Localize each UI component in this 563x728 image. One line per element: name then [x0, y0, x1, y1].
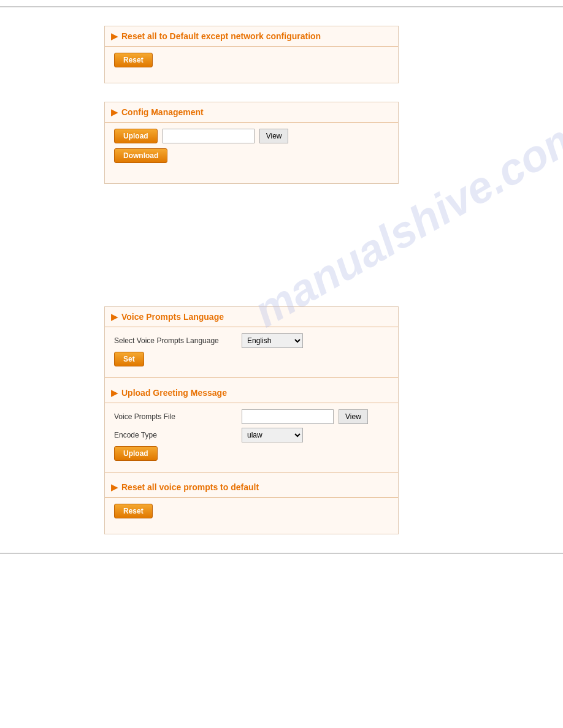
encode-row: Encode Type ulaw alaw: [114, 428, 389, 442]
reset-default-title: Reset all to Default except network conf…: [121, 31, 321, 41]
reset-voice-header: ▶ Reset all voice prompts to default: [105, 477, 398, 498]
view-button[interactable]: View: [259, 129, 289, 143]
config-management-title: Config Management: [121, 107, 204, 117]
encode-select[interactable]: ulaw alaw: [242, 428, 303, 442]
download-row: Download: [114, 148, 389, 163]
encode-label: Encode Type: [114, 431, 237, 439]
reset-default-header: ▶ Reset all to Default except network co…: [105, 26, 398, 47]
language-label: Select Voice Prompts Language: [114, 336, 237, 345]
upload-greeting-body: Voice Prompts File View Encode Type ulaw…: [105, 403, 398, 467]
language-select[interactable]: English Spanish French German: [242, 333, 303, 348]
reset-voice-section: ▶ Reset all voice prompts to default Res…: [105, 472, 398, 525]
page-wrapper: manualshive.com ▶ Reset all to Default e…: [0, 0, 563, 728]
voice-prompts-body: Select Voice Prompts Language English Sp…: [105, 327, 398, 373]
download-button[interactable]: Download: [114, 148, 167, 163]
upload-button[interactable]: Upload: [114, 129, 158, 143]
voice-upload-button[interactable]: Upload: [114, 446, 158, 461]
reset-voice-button[interactable]: Reset: [114, 504, 153, 518]
voice-file-row: Voice Prompts File View: [114, 409, 389, 424]
voice-prompts-icon: ▶: [111, 312, 118, 322]
voice-prompts-title: Voice Prompts Language: [121, 312, 224, 322]
reset-voice-title: Reset all voice prompts to default: [121, 482, 259, 492]
upload-greeting-header: ▶ Upload Greeting Message: [105, 383, 398, 403]
config-management-body: Upload View Download: [105, 123, 398, 174]
upload-row: Upload View: [114, 129, 389, 143]
config-file-input[interactable]: [163, 129, 255, 143]
config-management-box: ▶ Config Management Upload View Download: [104, 102, 399, 184]
reset-default-box: ▶ Reset all to Default except network co…: [104, 26, 399, 83]
upload-greeting-title: Upload Greeting Message: [121, 388, 227, 398]
bottom-border: [0, 553, 563, 554]
voice-view-button[interactable]: View: [339, 409, 368, 424]
voice-file-label: Voice Prompts File: [114, 412, 237, 421]
language-row: Select Voice Prompts Language English Sp…: [114, 333, 389, 348]
upload-greeting-icon: ▶: [111, 388, 118, 398]
config-management-icon: ▶: [111, 107, 118, 117]
voice-file-input[interactable]: [242, 409, 334, 424]
reset-default-section: ▶ Reset all to Default except network co…: [104, 26, 399, 83]
top-border: [0, 6, 563, 7]
config-management-section: ▶ Config Management Upload View Download: [104, 102, 399, 184]
reset-default-body: Reset: [105, 47, 398, 74]
reset-voice-icon: ▶: [111, 482, 118, 492]
voice-prompts-header: ▶ Voice Prompts Language: [105, 307, 398, 327]
upload-greeting-section: ▶ Upload Greeting Message Voice Prompts …: [105, 377, 398, 467]
reset-voice-body: Reset: [105, 498, 398, 525]
set-button[interactable]: Set: [114, 352, 144, 366]
voice-prompts-section: ▶ Voice Prompts Language Select Voice Pr…: [104, 306, 399, 534]
voice-prompts-box: ▶ Voice Prompts Language Select Voice Pr…: [104, 306, 399, 534]
reset-default-icon: ▶: [111, 31, 118, 41]
reset-default-button[interactable]: Reset: [114, 53, 153, 67]
config-management-header: ▶ Config Management: [105, 102, 398, 123]
